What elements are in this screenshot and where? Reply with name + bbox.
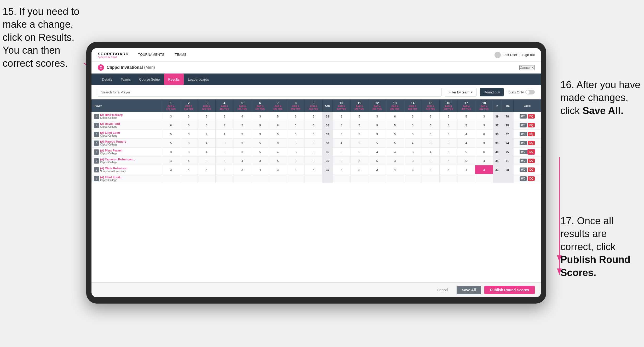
- score-hole-10[interactable]: 3: [332, 112, 350, 121]
- search-input[interactable]: [98, 88, 442, 97]
- score-hole-3[interactable]: 4: [198, 139, 215, 148]
- score-hole-13[interactable]: 4: [386, 148, 404, 156]
- score-hole-7[interactable]: 3: [269, 165, 287, 174]
- tab-teams[interactable]: Teams: [117, 74, 135, 85]
- score-hole-9[interactable]: 5: [304, 112, 322, 121]
- dq-button[interactable]: DQ: [528, 176, 535, 181]
- score-hole-18[interactable]: 6: [475, 130, 493, 139]
- score-hole-3[interactable]: 3: [198, 121, 215, 130]
- score-hole-15[interactable]: [422, 174, 439, 183]
- score-hole-17[interactable]: 5: [457, 121, 475, 130]
- score-hole-7[interactable]: 5: [269, 156, 287, 165]
- filter-by-team-button[interactable]: Filter by team ▾: [445, 88, 477, 97]
- score-hole-9[interactable]: 3: [304, 130, 322, 139]
- score-hole-16[interactable]: 3: [439, 148, 457, 156]
- totals-toggle-switch[interactable]: [525, 90, 535, 94]
- score-hole-14[interactable]: 3: [404, 130, 422, 139]
- score-hole-12[interactable]: 3: [368, 130, 386, 139]
- cancel-footer-button[interactable]: Cancel: [432, 286, 453, 294]
- score-hole-10[interactable]: 3: [332, 165, 350, 174]
- score-hole-16[interactable]: 3: [439, 121, 457, 130]
- score-hole-15[interactable]: 3: [422, 139, 439, 148]
- cancel-button-top[interactable]: Cancel ✕: [519, 65, 535, 70]
- score-hole-14[interactable]: 3: [404, 148, 422, 156]
- score-hole-10[interactable]: 5: [332, 148, 350, 156]
- score-hole-12[interactable]: [368, 174, 386, 183]
- dq-button[interactable]: DQ: [528, 123, 535, 127]
- score-hole-11[interactable]: 5: [350, 148, 368, 156]
- score-hole-2[interactable]: 3: [180, 112, 198, 121]
- score-hole-6[interactable]: 5: [251, 121, 269, 130]
- score-hole-13[interactable]: 5: [386, 130, 404, 139]
- score-hole-13[interactable]: 5: [386, 121, 404, 130]
- score-hole-17[interactable]: [457, 174, 475, 183]
- score-hole-8[interactable]: [287, 174, 304, 183]
- dq-button[interactable]: DQ: [528, 150, 535, 154]
- dq-button[interactable]: DQ: [528, 114, 535, 119]
- score-hole-4[interactable]: 4: [215, 121, 233, 130]
- score-hole-11[interactable]: 5: [350, 130, 368, 139]
- score-hole-18[interactable]: 6: [475, 148, 493, 156]
- score-hole-3[interactable]: 4: [198, 165, 215, 174]
- score-hole-7[interactable]: 4: [269, 148, 287, 156]
- score-hole-15[interactable]: 5: [422, 121, 439, 130]
- score-hole-7[interactable]: 3: [269, 139, 287, 148]
- scores-container[interactable]: Player 1PAR 4370 YDS 2PAR 5511 YDS 3PAR …: [91, 99, 541, 282]
- score-hole-5[interactable]: 4: [233, 112, 251, 121]
- score-hole-1[interactable]: 5: [162, 130, 180, 139]
- score-hole-18[interactable]: 3: [475, 121, 493, 130]
- score-hole-17[interactable]: 4: [457, 130, 475, 139]
- score-hole-11[interactable]: 5: [350, 165, 368, 174]
- score-hole-8[interactable]: 3: [287, 121, 304, 130]
- score-hole-9[interactable]: 4: [304, 165, 322, 174]
- wd-button[interactable]: WD: [520, 167, 527, 172]
- score-hole-6[interactable]: 3: [251, 112, 269, 121]
- score-hole-15[interactable]: 4: [422, 148, 439, 156]
- dq-button[interactable]: DQ: [528, 141, 535, 145]
- score-hole-8[interactable]: 5: [287, 165, 304, 174]
- tab-details[interactable]: Details: [98, 74, 117, 85]
- wd-button[interactable]: WD: [520, 141, 527, 145]
- score-hole-4[interactable]: [215, 174, 233, 183]
- score-hole-6[interactable]: 5: [251, 139, 269, 148]
- score-hole-7[interactable]: 5: [269, 112, 287, 121]
- score-hole-17[interactable]: 5: [457, 148, 475, 156]
- score-hole-5[interactable]: 3: [233, 165, 251, 174]
- wd-button[interactable]: WD: [520, 114, 527, 119]
- score-hole-18[interactable]: [475, 174, 493, 183]
- score-hole-9[interactable]: 3: [304, 139, 322, 148]
- score-hole-10[interactable]: 3: [332, 130, 350, 139]
- score-hole-6[interactable]: [251, 174, 269, 183]
- sign-out-link[interactable]: Sign out: [522, 53, 535, 57]
- score-hole-11[interactable]: 5: [350, 121, 368, 130]
- score-hole-12[interactable]: 4: [368, 148, 386, 156]
- score-hole-16[interactable]: 3: [439, 165, 457, 174]
- score-hole-18[interactable]: 3: [475, 112, 493, 121]
- score-hole-14[interactable]: 3: [404, 165, 422, 174]
- score-hole-12[interactable]: 5: [368, 139, 386, 148]
- score-hole-6[interactable]: 3: [251, 130, 269, 139]
- score-hole-1[interactable]: 3: [162, 165, 180, 174]
- score-hole-5[interactable]: 4: [233, 156, 251, 165]
- score-hole-10[interactable]: 6: [332, 156, 350, 165]
- nav-tournaments[interactable]: TOURNAMENTS: [137, 48, 165, 62]
- publish-round-scores-button[interactable]: Publish Round Scores: [484, 286, 535, 294]
- save-all-button[interactable]: Save All: [457, 286, 481, 294]
- score-hole-13[interactable]: [386, 174, 404, 183]
- score-hole-15[interactable]: 5: [422, 112, 439, 121]
- score-hole-16[interactable]: 5: [439, 139, 457, 148]
- score-hole-2[interactable]: 3: [180, 121, 198, 130]
- wd-button[interactable]: WD: [520, 150, 527, 154]
- score-hole-6[interactable]: 4: [251, 165, 269, 174]
- score-hole-15[interactable]: 3: [422, 156, 439, 165]
- score-hole-5[interactable]: [233, 174, 251, 183]
- score-hole-10[interactable]: 3: [332, 121, 350, 130]
- score-hole-10[interactable]: 4: [332, 139, 350, 148]
- dq-button[interactable]: DQ: [528, 167, 535, 172]
- round-selector-button[interactable]: Round 3 ▾: [480, 88, 504, 97]
- wd-button[interactable]: WD: [520, 176, 527, 181]
- score-hole-9[interactable]: [304, 174, 322, 183]
- score-hole-8[interactable]: 5: [287, 139, 304, 148]
- score-hole-7[interactable]: 6: [269, 121, 287, 130]
- score-hole-3[interactable]: 4: [198, 148, 215, 156]
